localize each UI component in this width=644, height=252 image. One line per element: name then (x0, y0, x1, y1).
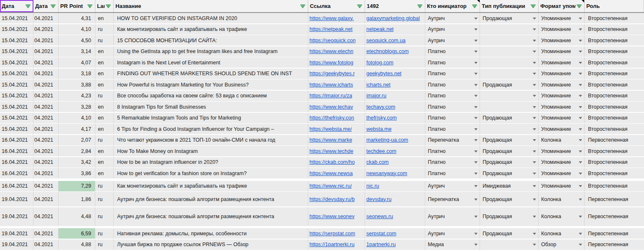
dropdown-arrow-icon[interactable] (579, 128, 582, 130)
cell-title[interactable]: Что читают украинском в 2021 ТОП-10 онла… (114, 135, 308, 145)
cell-month[interactable]: 04.2021 (33, 57, 59, 68)
cell-publication-type-dropdown[interactable]: Продающая (480, 135, 539, 145)
cell-publication-type-dropdown[interactable]: Продающая (480, 113, 539, 123)
dropdown-arrow-icon[interactable] (474, 139, 478, 141)
filter-icon[interactable] (105, 4, 111, 9)
cell-title[interactable]: 15 СПОСОБОВ МОНЕТИЗАЦИИ САЙТА: (114, 35, 308, 46)
cell-mention-format-dropdown[interactable]: Упоминание (539, 168, 585, 178)
cell-mention-format-dropdown[interactable]: Упоминание (539, 102, 585, 112)
dropdown-arrow-icon[interactable] (533, 233, 536, 235)
dropdown-arrow-icon[interactable] (474, 216, 478, 218)
cell-initiator-dropdown[interactable]: Аутрич (425, 13, 480, 23)
cell-publication-type-dropdown[interactable]: Продающая (480, 157, 539, 168)
cell-role[interactable]: Второстепенная (585, 69, 644, 79)
filter-icon[interactable] (356, 4, 363, 9)
dropdown-arrow-icon[interactable] (474, 128, 478, 130)
dropdown-arrow-icon[interactable] (533, 185, 536, 187)
cell-month[interactable]: 04.2021 (33, 135, 59, 145)
cell-mention-format-dropdown[interactable]: Упоминание (539, 24, 585, 35)
cell-role[interactable]: Второстепенная (585, 146, 644, 156)
cell-mention-format-dropdown[interactable]: Упоминание (539, 46, 585, 57)
cell-title[interactable]: Аутрич для бизнеса: пошаговый алгоритм р… (114, 207, 308, 226)
cell-url-link[interactable]: https://imajor.ru/za (308, 91, 365, 101)
dropdown-arrow-icon[interactable] (533, 128, 536, 130)
cell-initiator-dropdown[interactable]: Платно (425, 91, 480, 101)
cell-lang[interactable]: en (95, 46, 114, 57)
dropdown-arrow-icon[interactable] (579, 244, 582, 246)
cell-role[interactable]: Первостепенная (585, 228, 644, 239)
cell-role[interactable]: Первостепенная (585, 192, 644, 206)
cell-date[interactable]: 15.04.2021 (0, 46, 33, 57)
cell-date[interactable]: 19.04.2021 (0, 192, 33, 206)
cell-url-link[interactable]: https://www.techde (308, 146, 365, 156)
cell-role[interactable]: Второстепенная (585, 91, 644, 101)
cell-initiator-dropdown[interactable]: Платно (425, 102, 480, 112)
cell-pr-point[interactable]: 4,50 (59, 35, 95, 46)
column-header-4[interactable]: Название (114, 0, 308, 12)
cell-role[interactable]: Второстепенная (585, 46, 644, 57)
cell-initiator-dropdown[interactable]: Медиа (425, 239, 480, 250)
cell-month[interactable]: 04.2021 (33, 157, 59, 168)
cell-lang[interactable]: en (95, 146, 114, 156)
cell-title[interactable]: Как монетизировать сайт и зарабатывать н… (114, 181, 308, 191)
cell-publication-type-dropdown[interactable] (480, 57, 539, 68)
cell-domain-link[interactable]: etechnoblogs.com (365, 46, 425, 57)
cell-publication-type-dropdown[interactable]: Продающая (480, 192, 539, 206)
cell-publication-type-dropdown[interactable] (480, 239, 539, 250)
cell-initiator-dropdown[interactable]: Платно (425, 146, 480, 156)
cell-mention-format-dropdown[interactable]: Упоминание (539, 57, 585, 68)
cell-lang[interactable]: ru (95, 181, 114, 191)
cell-title[interactable]: How To Make Money on Instagram (114, 146, 308, 156)
cell-date[interactable]: 15.04.2021 (0, 35, 33, 46)
cell-domain-link[interactable]: icharts.net (365, 79, 425, 90)
cell-mention-format-dropdown[interactable]: Упоминание (539, 113, 585, 123)
dropdown-arrow-icon[interactable] (579, 40, 582, 42)
cell-publication-type-dropdown[interactable] (480, 46, 539, 57)
cell-url-link[interactable]: https://www.fotolog (308, 57, 365, 68)
cell-mention-format-dropdown[interactable]: Упоминание (539, 79, 585, 90)
cell-initiator-dropdown[interactable]: Аутрич (425, 35, 480, 46)
cell-month[interactable]: 04.2021 (33, 24, 59, 35)
cell-title[interactable]: Лучшая биржа по продаже ссылок PRNEWS — … (114, 239, 308, 250)
cell-month[interactable]: 04.2021 (33, 228, 59, 239)
cell-pr-point[interactable]: 3,14 (59, 46, 95, 57)
cell-title[interactable]: 5 Remarkable Instagram Tools and Tips fo… (114, 113, 308, 123)
cell-mention-format-dropdown[interactable]: Обзор (539, 239, 585, 250)
cell-mention-format-dropdown[interactable]: Колонка (539, 228, 585, 239)
cell-lang[interactable]: ru (95, 228, 114, 239)
cell-role[interactable]: Второстепенная (585, 113, 644, 123)
cell-date[interactable]: 15.04.2021 (0, 102, 33, 112)
cell-initiator-dropdown[interactable]: Платно (425, 168, 480, 178)
cell-mention-format-dropdown[interactable]: Упоминание (539, 146, 585, 156)
cell-role[interactable]: Второстепенная (585, 57, 644, 68)
dropdown-arrow-icon[interactable] (533, 18, 536, 20)
cell-url-link[interactable]: https://www.seonev (308, 207, 365, 226)
cell-month[interactable]: 04.2021 (33, 168, 59, 178)
cell-date[interactable]: 19.04.2021 (0, 239, 33, 250)
cell-mention-format-dropdown[interactable]: Упоминание (539, 35, 585, 46)
cell-date[interactable]: 15.04.2021 (0, 113, 33, 123)
cell-publication-type-dropdown[interactable] (480, 24, 539, 35)
dropdown-arrow-icon[interactable] (579, 199, 582, 201)
cell-publication-type-dropdown[interactable]: Продающая (480, 146, 539, 156)
dropdown-arrow-icon[interactable] (579, 84, 582, 86)
cell-lang[interactable]: ru (95, 24, 114, 35)
dropdown-arrow-icon[interactable] (579, 18, 582, 20)
dropdown-arrow-icon[interactable] (533, 40, 536, 42)
cell-publication-type-dropdown[interactable] (480, 102, 539, 112)
cell-mention-format-dropdown[interactable]: Колонка (539, 207, 585, 226)
cell-role[interactable]: Второстепенная (585, 13, 644, 23)
cell-initiator-dropdown[interactable]: Платно (425, 57, 480, 68)
cell-domain-link[interactable]: seonews.ru (365, 207, 425, 226)
cell-month[interactable]: 04.2021 (33, 13, 59, 23)
cell-month[interactable]: 04.2021 (33, 124, 59, 134)
dropdown-arrow-icon[interactable] (579, 73, 582, 75)
dropdown-arrow-icon[interactable] (579, 62, 582, 64)
cell-pr-point[interactable]: 4,88 (59, 239, 95, 250)
cell-domain-link[interactable]: marketing-ua.com (365, 135, 425, 145)
dropdown-arrow-icon[interactable] (533, 117, 536, 119)
cell-domain-link[interactable]: websta.me (365, 124, 425, 134)
cell-date[interactable]: 16.04.2021 (0, 157, 33, 168)
column-header-5[interactable]: Ссылка (308, 0, 365, 12)
cell-date[interactable]: 19.04.2021 (0, 207, 33, 226)
